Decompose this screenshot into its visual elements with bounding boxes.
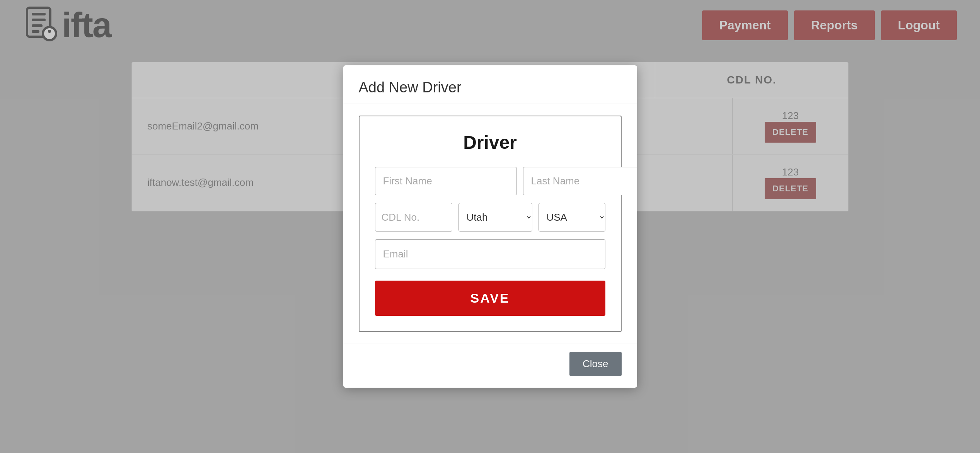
add-driver-modal: Add New Driver Driver Utah California Te…: [343, 65, 637, 388]
modal-footer: Close: [343, 344, 637, 388]
last-name-input[interactable]: [523, 167, 637, 195]
driver-card: Driver Utah California Texas Nevada Ariz…: [359, 116, 622, 332]
country-select[interactable]: USA Canada Mexico: [539, 203, 605, 232]
modal-body: Driver Utah California Texas Nevada Ariz…: [343, 104, 637, 344]
cdl-row: Utah California Texas Nevada Arizona Col…: [375, 203, 605, 232]
state-select[interactable]: Utah California Texas Nevada Arizona Col…: [458, 203, 532, 232]
first-name-input[interactable]: [375, 167, 517, 195]
cdl-number-input[interactable]: [375, 203, 452, 232]
email-input[interactable]: [375, 239, 605, 269]
close-button[interactable]: Close: [569, 352, 621, 376]
email-row: [375, 239, 605, 269]
save-button[interactable]: SAVE: [375, 281, 605, 316]
modal-title: Add New Driver: [343, 65, 637, 104]
driver-card-title: Driver: [375, 132, 605, 153]
name-row: [375, 167, 605, 195]
